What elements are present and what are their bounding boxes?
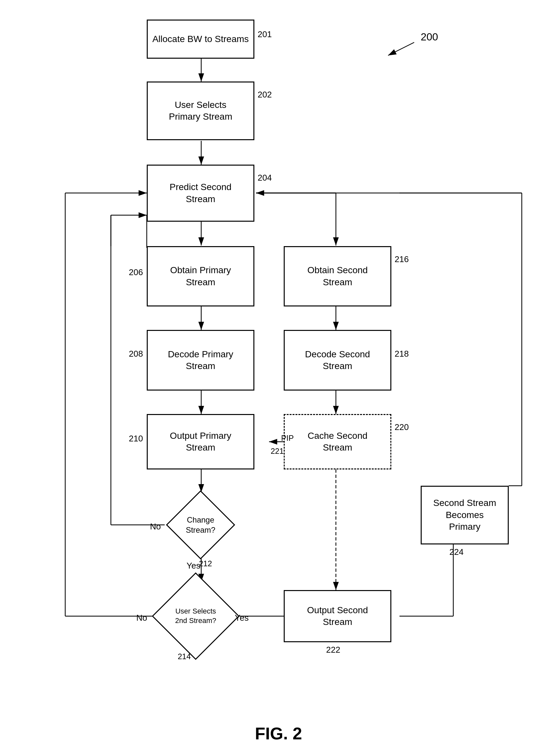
ref-200: 200 [421, 31, 438, 43]
second-becomes-primary-box: Second StreamBecomesPrimary [421, 486, 509, 544]
ref-216: 216 [394, 254, 409, 264]
cache-second-label: Cache SecondStream [307, 430, 368, 454]
second-becomes-primary-label: Second StreamBecomesPrimary [433, 497, 496, 533]
ref-220: 220 [394, 422, 409, 432]
obtain-second-label: Obtain SecondStream [307, 264, 368, 288]
decode-second-label: Decode SecondStream [305, 349, 370, 372]
user-selects-2nd-label: User Selects2nd Stream? [175, 607, 216, 625]
output-primary-box: Output PrimaryStream [147, 414, 254, 470]
obtain-primary-box: Obtain PrimaryStream [147, 246, 254, 306]
flowchart-diagram: Allocate BW to Streams 201 User SelectsP… [0, 0, 557, 717]
obtain-second-box: Obtain SecondStream [284, 246, 391, 306]
figure-label: FIG. 2 [0, 717, 557, 743]
allocate-bw-box: Allocate BW to Streams [147, 20, 254, 59]
ref-210: 210 [129, 433, 143, 444]
output-second-box: Output SecondStream [284, 590, 391, 642]
ref-224: 224 [449, 547, 463, 557]
change-stream-label: ChangeStream? [186, 515, 215, 535]
ref-212: 212 [199, 559, 212, 568]
pip-label: PIP [281, 433, 294, 443]
allocate-bw-label: Allocate BW to Streams [152, 33, 249, 45]
decode-second-box: Decode SecondStream [284, 330, 391, 391]
user-selects-2nd-no: No [136, 613, 147, 623]
ref-222: 222 [326, 645, 340, 655]
change-stream-no: No [150, 522, 161, 532]
change-stream-yes: Yes [186, 561, 200, 571]
predict-second-box: Predict SecondStream [147, 164, 254, 222]
decode-primary-box: Decode PrimaryStream [147, 330, 254, 391]
ref-201: 201 [258, 29, 272, 39]
svg-line-32 [388, 42, 414, 55]
decode-primary-label: Decode PrimaryStream [168, 349, 234, 372]
ref-202: 202 [258, 90, 272, 100]
obtain-primary-label: Obtain PrimaryStream [170, 264, 231, 288]
user-selects-2nd-yes: Yes [235, 613, 248, 623]
ref-214: 214 [178, 652, 191, 661]
output-second-label: Output SecondStream [307, 604, 368, 628]
ref-206: 206 [129, 267, 143, 277]
change-stream-diamond: ChangeStream? [165, 492, 236, 557]
ref-204: 204 [258, 173, 272, 183]
user-selects-label: User SelectsPrimary Stream [169, 99, 232, 123]
predict-second-label: Predict SecondStream [170, 181, 232, 205]
cache-second-box: Cache SecondStream [284, 414, 391, 470]
user-selects-box: User SelectsPrimary Stream [147, 82, 254, 140]
ref-218: 218 [394, 349, 409, 359]
ref-208: 208 [129, 349, 143, 359]
ref-221: 221 [271, 447, 284, 456]
output-primary-label: Output PrimaryStream [170, 430, 231, 454]
arrows-overlay [0, 0, 557, 717]
user-selects-2nd-diamond: User Selects2nd Stream? [153, 582, 238, 651]
